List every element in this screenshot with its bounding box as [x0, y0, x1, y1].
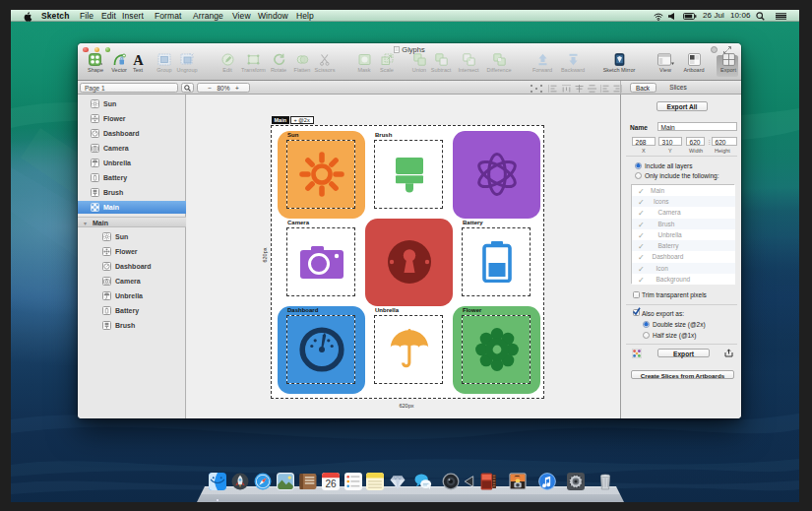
svg-text:26: 26	[325, 479, 337, 489]
svg-text:A: A	[133, 53, 144, 66]
